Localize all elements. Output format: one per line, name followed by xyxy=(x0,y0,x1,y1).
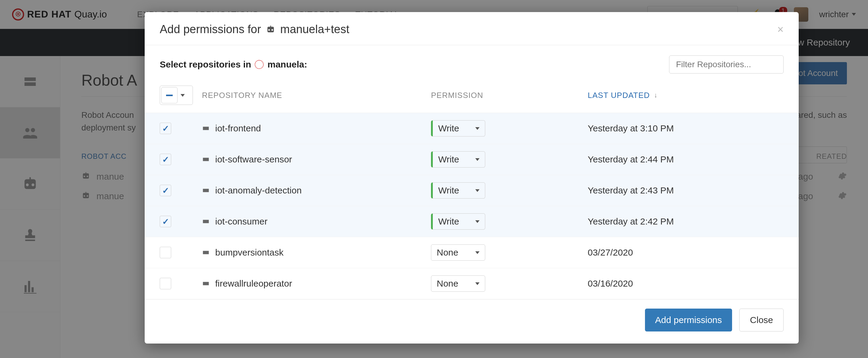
hdd-icon xyxy=(202,217,210,226)
repo-name: bumpversiontask xyxy=(215,248,284,257)
chevron-down-icon xyxy=(475,189,479,192)
repo-table-header: REPOSITORY NAME PERMISSION LAST UPDATED … xyxy=(145,76,799,113)
col-header-name[interactable]: REPOSITORY NAME xyxy=(202,91,431,100)
row-checkbox[interactable] xyxy=(160,185,171,196)
modal-title: Add permissions for manuela+test xyxy=(160,23,349,36)
select-all-checkbox[interactable] xyxy=(160,86,193,105)
permission-dropdown[interactable]: None xyxy=(431,245,485,261)
modal-header: Add permissions for manuela+test × xyxy=(145,12,799,45)
permission-dropdown[interactable]: None xyxy=(431,275,485,292)
permission-value: Write xyxy=(438,154,459,165)
repository-row: firewallruleoperatorNone03/16/2020 xyxy=(145,268,799,299)
last-updated: 03/16/2020 xyxy=(588,279,633,289)
chevron-down-icon xyxy=(181,94,185,97)
repo-name: firewallruleoperator xyxy=(215,279,292,288)
hdd-icon xyxy=(202,186,210,195)
last-updated: Yesterday at 2:44 PM xyxy=(588,154,674,165)
org-icon xyxy=(255,60,264,69)
org-name: manuela: xyxy=(267,59,307,70)
repo-name: iot-software-sensor xyxy=(215,154,292,164)
modal-footer: Add permissions Close xyxy=(145,299,799,344)
last-updated: 03/27/2020 xyxy=(588,248,633,258)
repository-row: iot-anomaly-detectionWriteYesterday at 2… xyxy=(145,175,799,206)
repository-row: iot-software-sensorWriteYesterday at 2:4… xyxy=(145,144,799,175)
repo-name: iot-consumer xyxy=(215,216,267,226)
add-permissions-modal: Add permissions for manuela+test × Selec… xyxy=(145,12,799,344)
chevron-down-icon xyxy=(475,220,479,223)
permission-value: None xyxy=(437,248,458,258)
last-updated: Yesterday at 2:43 PM xyxy=(588,185,674,196)
close-button[interactable]: Close xyxy=(739,308,784,331)
hdd-icon xyxy=(202,155,210,164)
permission-value: Write xyxy=(438,185,459,196)
modal-title-account: manuela+test xyxy=(280,23,349,36)
col-header-perm[interactable]: PERMISSION xyxy=(431,91,588,100)
modal-close-button[interactable]: × xyxy=(777,23,784,36)
hdd-icon xyxy=(202,124,210,133)
permission-value: None xyxy=(437,279,458,289)
permission-dropdown[interactable]: Write xyxy=(431,214,485,230)
hdd-icon xyxy=(202,279,210,288)
chevron-down-icon xyxy=(475,127,479,130)
row-checkbox[interactable] xyxy=(160,154,171,165)
chevron-down-icon xyxy=(475,251,479,254)
modal-subheader: Select repositories in manuela: xyxy=(145,45,799,76)
chevron-down-icon xyxy=(475,158,479,161)
permission-value: Write xyxy=(438,123,459,133)
permission-dropdown[interactable]: Write xyxy=(431,182,485,199)
repository-row: iot-consumerWriteYesterday at 2:42 PM xyxy=(145,206,799,237)
indeterminate-icon xyxy=(166,95,173,96)
permission-value: Write xyxy=(438,216,459,227)
row-checkbox[interactable] xyxy=(160,123,171,134)
repository-row: iot-frontendWriteYesterday at 3:10 PM xyxy=(145,113,799,144)
permission-dropdown[interactable]: Write xyxy=(431,151,485,167)
permission-dropdown[interactable]: Write xyxy=(431,120,485,136)
repo-name: iot-anomaly-detection xyxy=(215,185,302,195)
last-updated: Yesterday at 2:42 PM xyxy=(588,216,674,227)
row-checkbox[interactable] xyxy=(160,247,171,258)
add-permissions-button[interactable]: Add permissions xyxy=(645,308,733,331)
row-checkbox[interactable] xyxy=(160,278,171,289)
filter-repositories-input[interactable] xyxy=(669,56,784,73)
hdd-icon xyxy=(202,248,210,257)
repo-name: iot-frontend xyxy=(215,123,261,133)
last-updated: Yesterday at 3:10 PM xyxy=(588,123,674,133)
modal-title-prefix: Add permissions for xyxy=(160,23,261,36)
select-repos-label: Select repositories in xyxy=(160,59,251,70)
robot-icon xyxy=(266,24,276,36)
row-checkbox[interactable] xyxy=(160,216,171,227)
sort-descending-icon: ↓ xyxy=(654,91,658,99)
chevron-down-icon xyxy=(475,282,479,285)
repository-row: bumpversiontaskNone03/27/2020 xyxy=(145,237,799,268)
col-header-updated[interactable]: LAST UPDATED ↓ xyxy=(588,91,784,100)
